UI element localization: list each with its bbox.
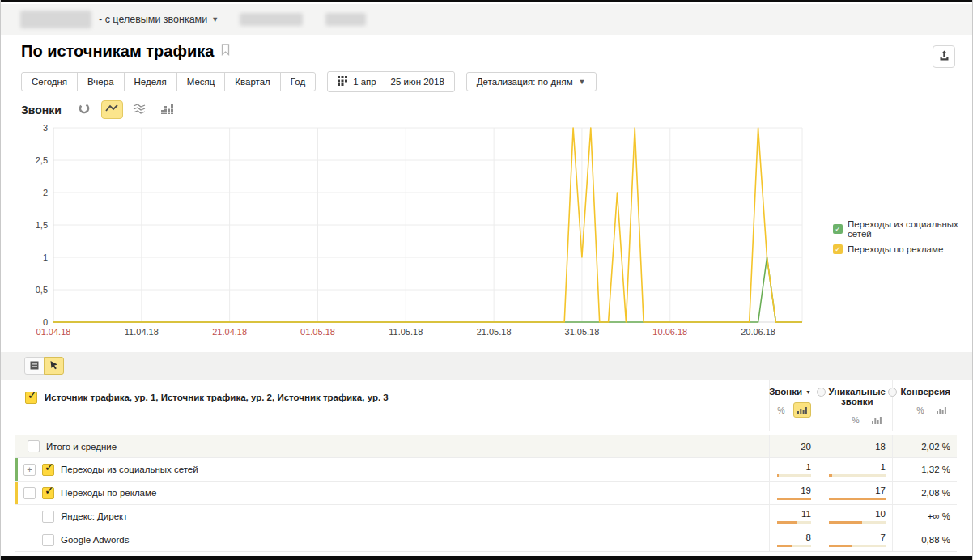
column-header-3: Конверсия% bbox=[892, 380, 957, 431]
dimensions-header: Источник трафика, ур. 1, Источник трафик… bbox=[15, 380, 769, 431]
metric-value: 17 bbox=[875, 486, 886, 495]
chart-legend: ✓Переходы из социальных сетей✓Переходы п… bbox=[833, 219, 972, 260]
list-view-button[interactable] bbox=[24, 357, 45, 375]
chart-type-columns-button[interactable] bbox=[156, 100, 178, 119]
svg-text:20.06.18: 20.06.18 bbox=[741, 327, 775, 337]
metric-bar bbox=[829, 521, 886, 524]
calls-cell: 19 bbox=[769, 482, 818, 504]
metric-value: 8 bbox=[806, 532, 811, 542]
period-button-1[interactable]: Сегодня bbox=[21, 72, 78, 91]
period-button-5[interactable]: Квартал bbox=[224, 72, 280, 91]
period-button-2[interactable]: Вчера bbox=[77, 72, 124, 91]
svg-text:3: 3 bbox=[43, 123, 48, 133]
column-header-2: Уникальные звонки% bbox=[818, 380, 892, 431]
period-button-3[interactable]: Неделя bbox=[124, 72, 177, 91]
column-header-1: Звонки▼% bbox=[769, 380, 818, 431]
metric-value: 11 bbox=[801, 509, 811, 519]
blurred-counter-name bbox=[20, 11, 91, 28]
chart-type-line-button[interactable] bbox=[101, 100, 123, 119]
table-row[interactable]: +Переходы из социальных сетей111,32 % bbox=[15, 457, 957, 481]
legend-label: Переходы по рекламе bbox=[848, 244, 943, 254]
row-checkbox[interactable] bbox=[42, 487, 54, 499]
expand-button[interactable]: + bbox=[23, 464, 36, 476]
chart-canvas: 00,511,522,5301.04.1811.04.1821.04.1801.… bbox=[17, 121, 806, 342]
table-header: Источник трафика, ур. 1, Источник трафик… bbox=[15, 380, 957, 431]
column-title[interactable]: Звонки▼ bbox=[769, 387, 811, 397]
metric-bar bbox=[777, 498, 811, 500]
calendar-grid-icon bbox=[338, 76, 347, 87]
column-title[interactable]: Конверсия bbox=[888, 387, 950, 397]
unique-calls-cell: 7 bbox=[818, 528, 892, 551]
svg-text:01.05.18: 01.05.18 bbox=[300, 327, 335, 337]
bookmark-icon[interactable] bbox=[220, 43, 231, 60]
tree-view-button[interactable] bbox=[44, 357, 64, 375]
unique-calls-cell: 17 bbox=[818, 482, 892, 504]
table-row[interactable]: –Переходы по рекламе19172,08 % bbox=[15, 481, 957, 504]
counter-suffix[interactable]: - с целевыми звонками bbox=[99, 14, 207, 25]
conversion-cell: 0,88 % bbox=[892, 528, 957, 551]
period-buttons: СегодняВчераНеделяМесяцКварталГод bbox=[21, 72, 316, 91]
metric-value: 2,02 % bbox=[921, 442, 950, 452]
metric-bar-fill bbox=[777, 545, 792, 547]
table-body: Итого и средние20182,02 %+Переходы из со… bbox=[15, 435, 957, 552]
row-checkbox[interactable] bbox=[42, 511, 54, 523]
svg-text:2,5: 2,5 bbox=[36, 155, 48, 165]
metric-bar-fill bbox=[829, 545, 852, 547]
period-button-6[interactable]: Год bbox=[280, 72, 316, 91]
legend-item[interactable]: ✓Переходы из социальных сетей bbox=[833, 219, 972, 239]
row-label: Итого и средние bbox=[46, 442, 117, 452]
percent-toggle[interactable]: % bbox=[772, 402, 790, 418]
legend-item[interactable]: ✓Переходы по рекламе bbox=[833, 244, 972, 254]
report-title-row: По источникам трафика bbox=[21, 42, 231, 61]
table-row[interactable]: Google Adwords870,88 % bbox=[15, 528, 957, 551]
blurred-nav-item bbox=[325, 13, 366, 26]
svg-text:1,5: 1,5 bbox=[36, 220, 48, 230]
percent-toggle[interactable]: % bbox=[911, 402, 929, 418]
line-chart-icon bbox=[104, 103, 119, 117]
row-checkbox[interactable] bbox=[28, 440, 40, 452]
stacked-area-icon bbox=[132, 103, 147, 117]
metric-radio[interactable] bbox=[817, 388, 826, 397]
date-range-button[interactable]: 1 апр — 25 июн 2018 bbox=[327, 71, 455, 92]
tree-view-cursor-icon bbox=[49, 358, 59, 373]
chart-type-stacked-button[interactable] bbox=[129, 100, 151, 119]
percent-toggle[interactable]: % bbox=[847, 412, 865, 427]
metric-value: 1 bbox=[881, 462, 886, 472]
column-toggles: % bbox=[847, 412, 886, 427]
conversion-cell: +∞ % bbox=[892, 505, 957, 528]
metric-value: 1 bbox=[806, 462, 811, 472]
metric-bar-fill bbox=[829, 521, 862, 524]
blurred-nav-item bbox=[240, 13, 303, 26]
detail-dropdown[interactable]: Детализация: по дням ▼ bbox=[466, 72, 597, 91]
calls-cell: 8 bbox=[769, 528, 818, 551]
period-button-4[interactable]: Месяц bbox=[176, 72, 226, 91]
table-row[interactable]: Яндекс: Директ1110+∞ % bbox=[15, 504, 957, 528]
unique-calls-cell: 10 bbox=[818, 505, 892, 528]
calls-line-chart[interactable]: 00,511,522,5301.04.1811.04.1821.04.1801.… bbox=[17, 121, 806, 345]
metric-bar bbox=[829, 474, 886, 477]
chart-type-pie-button[interactable] bbox=[74, 100, 96, 119]
metric-radio[interactable] bbox=[888, 388, 897, 397]
metric-value: 19 bbox=[801, 486, 811, 495]
pie-chart-icon bbox=[78, 102, 91, 117]
collapse-button[interactable]: – bbox=[23, 487, 36, 499]
unique-calls-cell: 18 bbox=[818, 435, 892, 457]
bars-toggle[interactable] bbox=[933, 402, 950, 418]
column-label: Уникальные звонки bbox=[829, 387, 886, 406]
bars-toggle[interactable] bbox=[793, 402, 811, 418]
table-row[interactable]: Итого и средние20182,02 % bbox=[15, 435, 957, 457]
metric-value: 7 bbox=[881, 532, 886, 542]
column-label: Конверсия bbox=[900, 387, 950, 397]
metric-bar bbox=[777, 545, 811, 547]
toolbar: СегодняВчераНеделяМесяцКварталГод 1 апр … bbox=[21, 71, 597, 92]
bars-toggle[interactable] bbox=[868, 412, 886, 427]
metrica-report-page: - с целевыми звонками ▼ По источникам тр… bbox=[0, 0, 973, 560]
dimensions-checkbox[interactable] bbox=[25, 392, 37, 404]
row-checkbox[interactable] bbox=[42, 464, 54, 476]
metric-bar-fill bbox=[777, 521, 797, 524]
export-button[interactable] bbox=[933, 45, 955, 68]
row-label: Google Adwords bbox=[61, 535, 129, 545]
column-title[interactable]: Уникальные звонки bbox=[817, 387, 886, 406]
row-checkbox[interactable] bbox=[42, 534, 54, 546]
metric-bar-fill bbox=[777, 498, 811, 500]
